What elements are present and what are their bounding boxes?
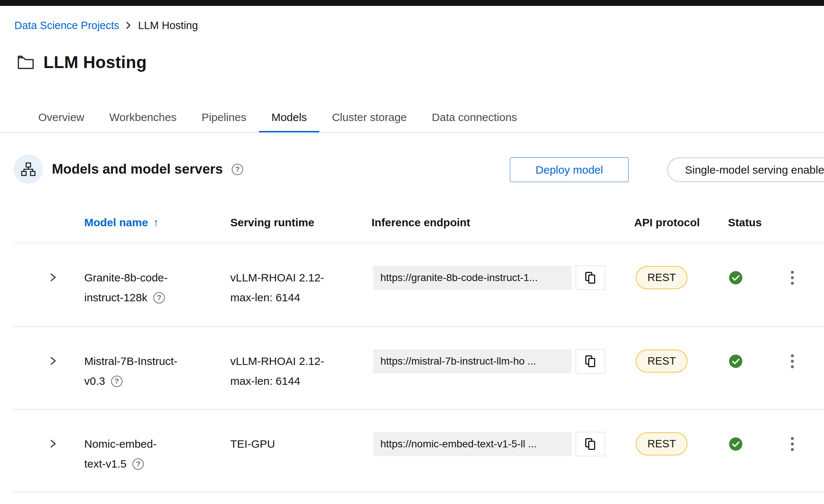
row-expand-toggle[interactable] <box>49 273 57 283</box>
help-icon[interactable]: ? <box>132 458 144 470</box>
project-folder-icon <box>17 54 35 70</box>
serving-mode-badge: Single-model serving enabled <box>667 157 824 182</box>
serving-runtime-cell: vLLM-RHOAI 2.12- max-len: 6144 <box>230 327 372 409</box>
row-actions-kebab[interactable] <box>788 268 797 288</box>
model-name-line1: Granite-8b-code- <box>84 268 230 288</box>
breadcrumb: Data Science Projects LLM Hosting <box>14 19 824 32</box>
row-actions-kebab[interactable] <box>788 351 797 371</box>
status-cell <box>728 327 780 409</box>
copy-icon <box>585 355 596 368</box>
page-title: LLM Hosting <box>43 52 147 72</box>
header-expand-spacer <box>13 216 84 229</box>
column-header-serving-runtime: Serving runtime <box>230 216 372 229</box>
help-icon[interactable]: ? <box>232 164 243 175</box>
status-success-icon <box>729 271 743 285</box>
endpoint-input[interactable] <box>373 432 572 456</box>
models-toolbar: Models and model servers ? Deploy model … <box>0 155 824 184</box>
inference-endpoint-cell <box>372 327 634 409</box>
endpoint-input[interactable] <box>373 349 572 373</box>
copy-icon <box>585 438 596 450</box>
api-protocol-badge: REST <box>636 266 688 289</box>
help-icon[interactable]: ? <box>111 376 122 387</box>
masthead-bar <box>0 0 824 6</box>
model-name-cell: Mistral-7B-Instruct- v0.3 ? <box>84 327 230 409</box>
copy-button[interactable] <box>576 266 605 290</box>
tab-cluster-storage[interactable]: Cluster storage <box>319 112 419 132</box>
table-row: Granite-8b-code- instruct-128k ? vLLM-RH… <box>13 243 824 327</box>
chevron-right-icon <box>49 439 57 448</box>
model-name-line1: Mistral-7B-Instruct- <box>84 351 230 371</box>
row-expand-toggle[interactable] <box>49 356 57 367</box>
tab-pipelines[interactable]: Pipelines <box>189 112 259 132</box>
status-success-icon <box>729 354 743 368</box>
column-header-api-protocol: API protocol <box>634 216 728 229</box>
model-name-line2: v0.3 <box>84 371 105 391</box>
endpoint-input[interactable] <box>373 266 572 290</box>
header-kebab-spacer <box>780 216 824 229</box>
sort-ascending-icon: ↑ <box>153 216 159 229</box>
api-protocol-cell: REST <box>634 327 728 409</box>
table-row: Mistral-7B-Instruct- v0.3 ? vLLM-RHOAI 2… <box>13 327 824 409</box>
page-header: LLM Hosting <box>17 51 824 74</box>
row-expand-toggle[interactable] <box>49 439 57 450</box>
tab-data-connections[interactable]: Data connections <box>419 112 530 132</box>
copy-icon <box>585 271 596 284</box>
inference-endpoint-cell <box>372 243 634 326</box>
model-name-line2: text-v1.5 <box>84 454 127 474</box>
tab-bar: Overview Workbenches Pipelines Models Cl… <box>0 112 824 132</box>
tab-models[interactable]: Models <box>259 112 320 132</box>
api-protocol-badge: REST <box>636 349 688 373</box>
model-name-cell: Granite-8b-code- instruct-128k ? <box>84 243 230 326</box>
chevron-right-icon <box>49 356 57 366</box>
serving-runtime-cell: vLLM-RHOAI 2.12- max-len: 6144 <box>230 243 372 326</box>
column-header-inference-endpoint: Inference endpoint <box>372 216 634 229</box>
table-row: Nomic-embed- text-v1.5 ? TEI-GPU REST <box>13 409 824 492</box>
row-actions-kebab[interactable] <box>788 434 797 454</box>
tab-workbenches[interactable]: Workbenches <box>97 112 189 132</box>
status-success-icon <box>729 437 743 451</box>
api-protocol-cell: REST <box>634 243 728 326</box>
breadcrumb-link-projects[interactable]: Data Science Projects <box>14 19 119 32</box>
deploy-model-button[interactable]: Deploy model <box>510 157 629 182</box>
help-icon[interactable]: ? <box>153 292 165 304</box>
chevron-right-icon <box>49 273 57 282</box>
column-header-status: Status <box>728 216 780 229</box>
section-title: Models and model servers <box>52 162 223 177</box>
model-name-line1: Nomic-embed- <box>84 434 230 454</box>
serving-runtime-cell: TEI-GPU <box>230 409 372 492</box>
model-name-cell: Nomic-embed- text-v1.5 ? <box>84 409 230 492</box>
copy-button[interactable] <box>576 349 605 373</box>
api-protocol-badge: REST <box>636 432 688 455</box>
tab-overview[interactable]: Overview <box>26 112 97 132</box>
copy-button[interactable] <box>576 432 605 456</box>
inference-endpoint-cell <box>372 409 634 492</box>
table-header-row: Model name ↑ Serving runtime Inference e… <box>13 216 824 243</box>
column-header-model-name[interactable]: Model name ↑ <box>84 216 230 229</box>
breadcrumb-current: LLM Hosting <box>138 19 198 32</box>
model-server-icon <box>14 155 43 184</box>
breadcrumb-chevron-icon <box>126 21 131 30</box>
status-cell <box>728 409 780 492</box>
api-protocol-cell: REST <box>634 409 728 492</box>
model-name-line2: instruct-128k <box>84 288 148 308</box>
status-cell <box>728 243 780 326</box>
